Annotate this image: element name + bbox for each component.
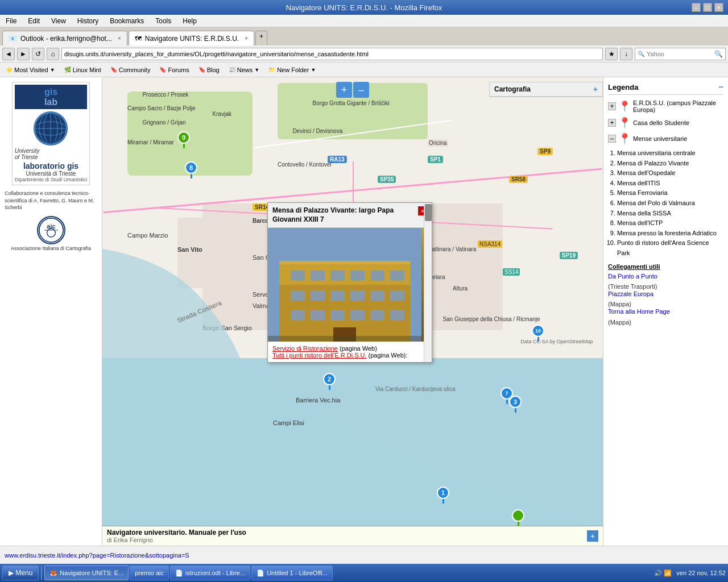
- legend-casa-plus[interactable]: +: [608, 119, 616, 127]
- svg-rect-29: [330, 310, 345, 321]
- campo-elisi-label: Campi Elisi: [273, 419, 304, 426]
- menu-edit[interactable]: Edit: [24, 16, 43, 26]
- menu-bar: File Edit View History Bookmarks Tools H…: [0, 15, 728, 27]
- mensa-popup: Mensa di Palazzo Vivante: largo Papa Gio…: [267, 202, 432, 363]
- menu-help[interactable]: Help: [179, 16, 200, 26]
- info-panel-add-button[interactable]: +: [587, 530, 598, 542]
- menu-tools[interactable]: Tools: [152, 16, 175, 26]
- tab-bar: 📧 Outlook - erika.ferrigno@hot... × 🗺 Na…: [0, 27, 728, 45]
- bookmark-linux-mint[interactable]: 🌿 Linux Mint: [61, 66, 105, 74]
- pin-2-tail: [329, 385, 330, 390]
- taskbar-premio-label: premio aic: [135, 569, 164, 576]
- reload-button[interactable]: ↺: [32, 48, 44, 60]
- svg-rect-22: [311, 290, 325, 301]
- tab-navigatore-close[interactable]: ×: [245, 35, 248, 41]
- via-carducci: Via Carducci / Karducijeva ulica: [375, 386, 455, 392]
- tab-outlook[interactable]: 📧 Outlook - erika.ferrigno@hot... ×: [2, 31, 127, 45]
- map-area[interactable]: SR14 SP9 SP35 SR58 RA13 SP1 Grignano / G…: [102, 77, 603, 546]
- pin-10-circle: 10: [532, 325, 544, 337]
- download-button[interactable]: ↓: [620, 48, 632, 60]
- collegamenti-title: Collegamenti utili: [608, 263, 723, 270]
- popup-scrollbar[interactable]: [424, 203, 432, 362]
- bookmarks-bar: ⭐ Most Visited ▼ 🌿 Linux Mint 🔖 Communit…: [0, 63, 728, 77]
- minimize-button[interactable]: –: [692, 3, 701, 12]
- home-button[interactable]: ⌂: [47, 48, 59, 60]
- pin-2[interactable]: 2: [323, 373, 336, 390]
- popup-title: Mensa di Palazzo Vivante: largo Papa Gio…: [272, 206, 409, 224]
- pin-10[interactable]: 10: [532, 325, 544, 342]
- taskbar-firefox-icon: 🦊: [49, 569, 57, 577]
- menu-view[interactable]: View: [48, 16, 69, 26]
- svg-rect-28: [311, 310, 325, 321]
- gislab-logo-box: gis lab University of T: [12, 82, 90, 185]
- taskbar-istruzioni-icon: 📄: [175, 569, 183, 577]
- bookmark-linux-mint-label: Linux Mint: [73, 66, 101, 73]
- legend-casa-marker: 📍: [619, 117, 630, 129]
- search-input[interactable]: [647, 51, 714, 57]
- popup-image: [268, 228, 432, 342]
- barriera-vecchia: Barriera Vec.hia: [296, 397, 340, 404]
- menu-bookmarks[interactable]: Bookmarks: [106, 16, 147, 26]
- svg-rect-31: [370, 310, 384, 321]
- bookmark-forums[interactable]: 🔖 Forums: [156, 66, 192, 74]
- info-bottom-panel: Navigatore universitario. Manuale per l'…: [102, 526, 603, 546]
- taskbar-item-istruzioni[interactable]: 📄 istruzioni.odt - Libre...: [170, 566, 250, 580]
- mensa-item-2: Mensa di Palazzo Vivante: [617, 159, 723, 169]
- menu-history[interactable]: History: [74, 16, 102, 26]
- legend-erdisu-plus[interactable]: +: [608, 102, 616, 110]
- popup-link-tutti[interactable]: Tutti i punti ristoro dell'E.R.Di.S.U.: [272, 352, 367, 359]
- legend-mense-minus[interactable]: –: [608, 135, 616, 143]
- collegamenti-section: Collegamenti utili Da Punto a Punto (Tri…: [608, 263, 723, 326]
- link-home-anchor[interactable]: Torna alla Home Page: [608, 307, 723, 316]
- back-button[interactable]: ◄: [2, 48, 15, 60]
- popup-link-ristorazione[interactable]: Servizio di Ristorazione: [272, 345, 338, 352]
- legenda-collapse-button[interactable]: –: [718, 82, 723, 92]
- close-button[interactable]: ×: [714, 3, 723, 12]
- tab-navigatore[interactable]: 🗺 Navigatore UNITS: E.R.Di.S.U. ×: [129, 31, 254, 45]
- pin-extra[interactable]: 7: [500, 387, 513, 404]
- taskbar-item-firefox[interactable]: 🦊 Navigatore UNITS: E...: [44, 566, 129, 580]
- bookmark-most-visited[interactable]: ⭐ Most Visited ▼: [2, 66, 59, 74]
- zoom-out-button[interactable]: –: [353, 82, 369, 98]
- bookmark-most-visited-arrow: ▼: [50, 67, 55, 73]
- link-da-punto-anchor[interactable]: Da Punto a Punto: [608, 272, 723, 281]
- aic-logo: aic Associazione Italiana di Cartografia: [5, 216, 97, 251]
- legend-item-casa: + 📍 Casa dello Studente: [608, 117, 723, 129]
- bookmark-blog[interactable]: 🔖 Blog: [195, 66, 223, 74]
- zoom-in-button[interactable]: +: [336, 82, 352, 98]
- address-bar[interactable]: [64, 51, 600, 57]
- taskbar-start-button[interactable]: ▶ Menu: [2, 566, 39, 580]
- search-button[interactable]: 🔍: [714, 50, 723, 58]
- bookmark-news[interactable]: 📰 News ▼: [225, 66, 263, 74]
- pin-8[interactable]: 8: [185, 161, 197, 178]
- bookmark-button[interactable]: ★: [605, 48, 618, 60]
- popup-content: Servizio di Ristorazione (pagina Web) Tu…: [268, 342, 432, 362]
- pin-anchor[interactable]: [512, 509, 524, 526]
- legenda-panel: Legenda – + 📍 E.R.Di.S.U. (campus Piazza…: [603, 77, 728, 546]
- svg-point-9: [47, 228, 55, 237]
- bookmark-new-folder-arrow: ▼: [311, 67, 316, 73]
- pin-9[interactable]: 9: [177, 131, 190, 148]
- bookmark-new-folder[interactable]: 📁 New Folder ▼: [265, 66, 319, 74]
- forward-button[interactable]: ►: [17, 48, 30, 60]
- info-panel-text: Navigatore universitario. Manuale per l'…: [107, 529, 246, 543]
- taskbar-item-untitled[interactable]: 📄 Untitled 1 - LibreOffi...: [251, 566, 333, 580]
- pin-1[interactable]: 1: [437, 487, 449, 504]
- svg-rect-17: [330, 271, 345, 281]
- menu-file[interactable]: File: [2, 16, 20, 26]
- nav-bar: ◄ ► ↺ ⌂ ★ ↓ 🔍 🔍: [0, 45, 728, 63]
- cartografia-header: Cartografia +: [490, 82, 602, 97]
- svg-rect-21: [291, 290, 305, 301]
- legenda-header: Legenda –: [608, 82, 723, 95]
- bookmark-community[interactable]: 🔖 Community: [107, 66, 154, 74]
- tab-outlook-close[interactable]: ×: [118, 35, 121, 41]
- new-tab-button[interactable]: +: [255, 31, 267, 45]
- cartografia-add-button[interactable]: +: [593, 85, 598, 94]
- legend-item-erdisu: + 📍 E.R.Di.S.U. (campus Piazzale Europa): [608, 99, 723, 113]
- maximize-button[interactable]: □: [703, 3, 712, 12]
- link-piazzale-anchor[interactable]: Piazzale Europa: [608, 290, 723, 298]
- svg-rect-27: [291, 310, 305, 321]
- taskbar-item-premio[interactable]: premio aic: [130, 566, 169, 580]
- system-tray-icons: 🔊 📶: [654, 569, 672, 577]
- legend-erdisu-controls: +: [608, 102, 616, 110]
